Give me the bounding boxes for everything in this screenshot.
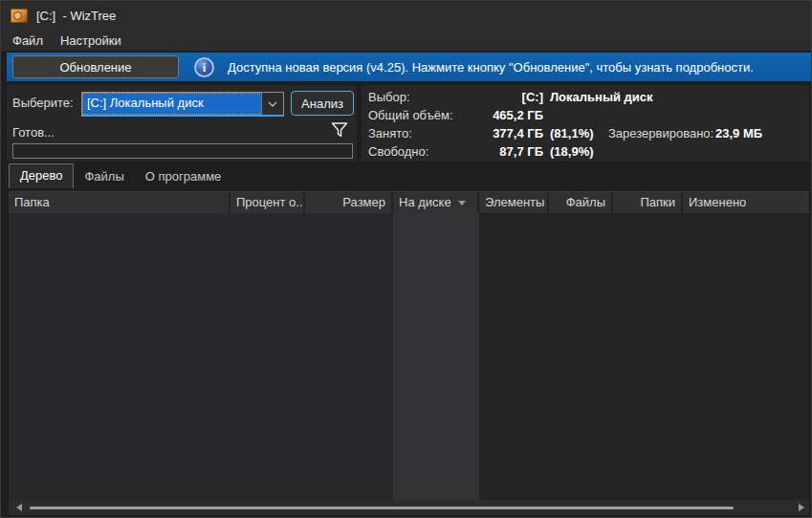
info-icon: i xyxy=(194,57,214,77)
update-message: Доступна новая версия (v4.25). Нажмите к… xyxy=(228,60,754,75)
column-header-items[interactable]: Элементы xyxy=(479,192,549,213)
tab-strip: Дерево Файлы О программе xyxy=(9,163,231,188)
tab-tree[interactable]: Дерево xyxy=(9,163,74,188)
update-banner: Обновление i Доступна новая версия (v4.2… xyxy=(7,53,811,81)
reserved-label: Зарезервировано: xyxy=(608,126,713,140)
tab-about[interactable]: О программе xyxy=(135,164,232,188)
funnel-icon[interactable] xyxy=(330,120,349,140)
drive-combobox-value: [C:] Локальный диск xyxy=(82,93,262,115)
wiztree-window: [C:] - WizTree Файл Настройки Обновление… xyxy=(0,0,812,518)
disk-info-panel: Выбор: [C:] Локальный диск Общий объём: … xyxy=(362,85,809,162)
window-chrome: [C:] - WizTree Файл Настройки xyxy=(1,1,812,51)
free-percent: (18,9%) xyxy=(550,144,594,159)
analyze-button[interactable]: Анализ xyxy=(291,91,354,116)
horizontal-scrollbar[interactable] xyxy=(9,500,809,515)
menu-file[interactable]: Файл xyxy=(12,33,43,48)
free-value: 87,7 ГБ xyxy=(452,144,543,159)
column-header-on-disk[interactable]: На диске xyxy=(393,192,479,213)
column-header-files[interactable]: Файлы xyxy=(549,192,613,213)
sort-desc-icon xyxy=(458,201,466,205)
free-label: Свободно: xyxy=(368,144,428,159)
sorted-column-highlight xyxy=(393,213,479,500)
drive-combobox[interactable]: [C:] Локальный диск xyxy=(81,92,284,117)
used-value: 377,4 ГБ xyxy=(452,126,543,140)
arrow-right-icon[interactable] xyxy=(799,504,804,511)
info-row-used: Занято: 377,4 ГБ (81,1%) Зарезервировано… xyxy=(362,126,809,143)
table-header: Папка Процент о... Размер На диске Элеме… xyxy=(9,191,809,213)
update-button[interactable]: Обновление xyxy=(12,55,179,78)
info-row-selection: Выбор: [C:] Локальный диск xyxy=(362,90,809,107)
tree-table-body[interactable] xyxy=(9,213,809,500)
used-percent: (81,1%) xyxy=(550,126,594,140)
menubar: Файл Настройки xyxy=(1,30,121,51)
status-text: Готов... xyxy=(12,125,55,140)
drive-select-panel: Выберите: [C:] Локальный диск Анализ Гот… xyxy=(7,85,357,162)
arrow-left-icon[interactable] xyxy=(16,504,22,511)
chevron-down-icon[interactable] xyxy=(262,93,283,115)
info-row-total: Общий объём: 465,2 ГБ xyxy=(362,108,809,125)
selection-drive-name: Локальный диск xyxy=(550,90,653,104)
total-value: 465,2 ГБ xyxy=(452,108,543,122)
window-title: [C:] - WizTree xyxy=(36,9,116,23)
used-label: Занято: xyxy=(368,126,412,140)
selection-drive: [C:] xyxy=(452,90,543,104)
column-header-folder[interactable]: Папка xyxy=(9,192,230,213)
column-header-folders[interactable]: Папки xyxy=(613,192,683,213)
info-row-free: Свободно: 87,7 ГБ (18,9%) xyxy=(362,144,809,162)
menu-settings[interactable]: Настройки xyxy=(60,33,121,48)
folder-column-background xyxy=(9,213,393,500)
scrollbar-thumb[interactable] xyxy=(30,507,734,509)
select-drive-label: Выберите: xyxy=(12,96,74,110)
selection-label: Выбор: xyxy=(368,90,410,104)
column-header-size[interactable]: Размер xyxy=(305,192,393,213)
titlebar[interactable]: [C:] - WizTree xyxy=(1,1,812,30)
total-label: Общий объём: xyxy=(368,108,453,122)
tab-files[interactable]: Файлы xyxy=(74,164,134,188)
column-header-on-disk-label: На диске xyxy=(399,192,451,213)
reserved-value: 23,9 МБ xyxy=(715,126,762,140)
wiztree-app-icon xyxy=(11,9,28,23)
progress-bar xyxy=(12,143,353,159)
column-header-modified[interactable]: Изменено xyxy=(683,192,809,213)
column-header-percent[interactable]: Процент о... xyxy=(230,192,305,213)
